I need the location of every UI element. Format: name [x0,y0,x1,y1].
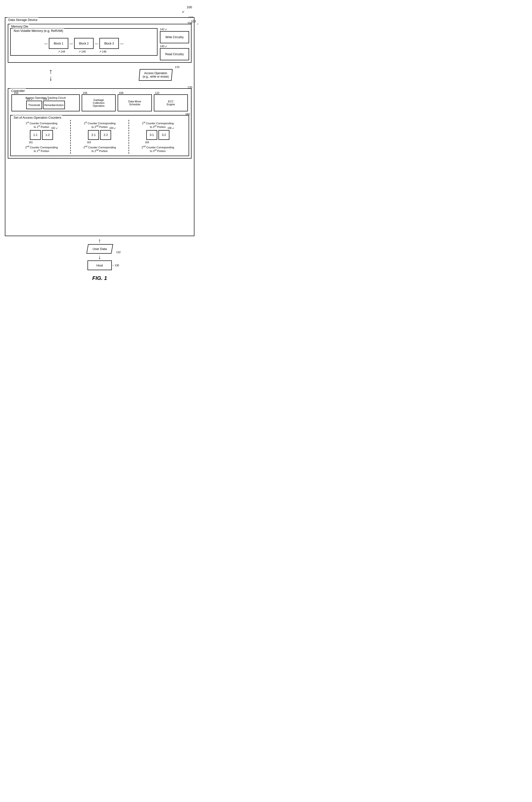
ref-160: 160 [186,113,190,115]
block-2: Block 2 [74,38,94,49]
counter-2-1: 2-1 [88,130,99,140]
ecc-engine-box: ECCEngine [154,94,188,111]
ref-161: 161 [29,141,33,144]
ref-144: ↗ 144 [57,50,76,53]
counter-3-1: 3-1 [146,130,157,140]
block-3: Block 3 [99,38,119,49]
ref-152: 152 ↙ [26,98,33,100]
data-storage-device-label: Data Storage Device [7,18,38,22]
ref-120: 120 [187,86,192,89]
figure-label: FIG. 1 [5,275,194,281]
ref-154: 154 ↙ [43,98,50,100]
ref-165: 165 [145,141,149,144]
ref-158: 158 [119,91,123,94]
ref-162: 162 ↙ [51,127,58,129]
ref-122: 122 [155,91,159,94]
ref-163: 163 [87,141,91,144]
counter-3-2: 3-2 [158,130,169,140]
ref-170: 170 [175,66,179,69]
counter-2-2: 2-2 [100,130,111,140]
counter-group-1-bottom-label: 2nd Counter Correspondingto 1st Portion [14,145,69,152]
access-operation-box: Access Operation(e.g., write or erase) [139,69,173,81]
ref-146: ↗ 146 [98,50,117,53]
ref-142: 142 ↙ [160,28,167,31]
read-circuitry: Read Circuitry [160,48,189,60]
data-move-schedule-box: Data MoveSchedule [118,94,152,111]
counter-group-3-bottom-label: 2nd Counter Correspondingto 3rd Portion [130,145,186,152]
garbage-collection-box: GarbageCollectionOperation [82,94,116,111]
ref-140: 140 ↙ [160,45,167,48]
counter-group-2-bottom-label: 2nd Counter Correspondingto 2nd Portion [72,145,127,152]
threshold-box: Threshold [26,101,42,109]
access-counters-label: Set of Access Operation Counters [13,115,62,120]
counter-1-1: 1-1 [30,130,41,140]
host-box: Host [88,260,112,270]
counter-group-3-top-label: 1st Counter Correspondingto 3rd Portion [130,121,186,128]
ref-166: 166 ↙ [168,127,174,129]
ref-104: 104 [187,21,192,25]
block-1: Block 1 [49,38,68,49]
write-circuitry: Write Circuitry [160,31,189,43]
ref-164: 164 ↙ [109,127,116,129]
nvm-label: Non-Volatile Memory (e.g. ReRAM) [13,29,64,33]
remedial-action-box: Remedial Action [43,101,65,109]
ref-145: ↗ 145 [77,50,97,53]
ref-150: 150 [14,91,18,94]
diagram-root: 100 ↙ 102 ⌐ Data Storage Device 103 ⌐ Me… [5,5,194,281]
user-data-box: User Data [86,244,113,254]
ref-156: 156 [83,91,87,94]
ref-132: 132 [116,251,120,254]
ref-130: ~ 130 [112,264,119,267]
counter-group-1-top-label: 1st Counter Correspondingto 1st Portion [14,121,69,128]
counter-1-2: 1-2 [42,130,53,140]
counter-group-2-top-label: 1st Counter Correspondingto 2nd Portion [72,121,127,128]
ref-100: 100 [187,5,192,9]
